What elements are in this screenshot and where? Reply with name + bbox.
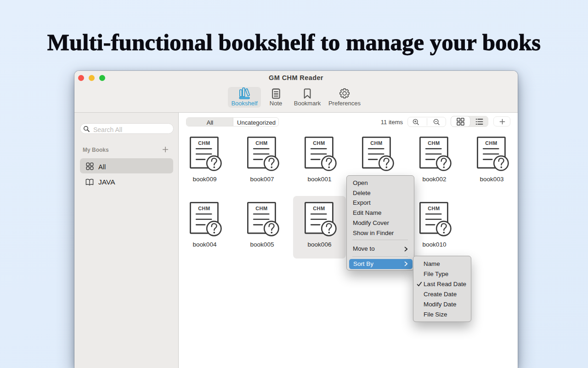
svg-text:CHM: CHM bbox=[485, 140, 497, 146]
svg-text:CHM: CHM bbox=[428, 205, 440, 211]
svg-text:CHM: CHM bbox=[198, 140, 210, 146]
svg-text:CHM: CHM bbox=[428, 140, 440, 146]
svg-text:CHM: CHM bbox=[370, 140, 382, 146]
svg-text:CHM: CHM bbox=[255, 140, 267, 146]
svg-text:CHM: CHM bbox=[313, 205, 325, 211]
svg-text:CHM: CHM bbox=[198, 205, 210, 211]
svg-text:CHM: CHM bbox=[313, 140, 325, 146]
svg-text:CHM: CHM bbox=[255, 205, 267, 211]
